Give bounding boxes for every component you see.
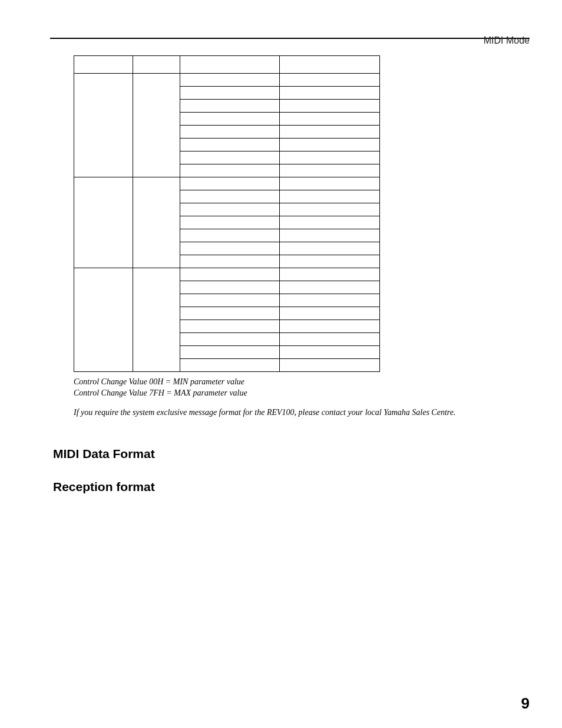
param-cell	[180, 281, 280, 294]
parameter-table-container	[74, 55, 380, 372]
table-row	[74, 268, 380, 281]
control-cell	[280, 177, 380, 190]
table-header-cell	[280, 56, 380, 74]
param-cell	[180, 333, 280, 346]
page-number: 9	[521, 694, 530, 713]
type-cell	[74, 74, 133, 177]
type-cell	[74, 268, 133, 372]
control-cell	[280, 190, 380, 203]
param-cell	[180, 359, 280, 372]
control-cell	[280, 164, 380, 177]
control-cell	[280, 281, 380, 294]
footnote-line: Control Change Value 00H = MIN parameter…	[74, 377, 530, 388]
control-cell	[280, 216, 380, 229]
control-cell	[280, 151, 380, 164]
control-cell	[280, 126, 380, 139]
control-cell	[280, 100, 380, 113]
param-cell	[180, 164, 280, 177]
control-cell	[280, 333, 380, 346]
table-header-row	[74, 56, 380, 74]
param-cell	[180, 242, 280, 255]
param-cell	[180, 216, 280, 229]
table-header-cell	[74, 56, 133, 74]
param-cell	[180, 87, 280, 100]
header-rule	[50, 38, 530, 39]
control-cell	[280, 320, 380, 333]
param-cell	[180, 268, 280, 281]
control-cell	[280, 307, 380, 320]
table-footnotes: Control Change Value 00H = MIN parameter…	[74, 377, 530, 419]
control-cell	[280, 359, 380, 372]
table-row	[74, 74, 380, 87]
heading-reception-format: Reception format	[53, 480, 530, 494]
table-header-cell	[180, 56, 280, 74]
param-cell	[180, 307, 280, 320]
param-cell	[180, 151, 280, 164]
control-cell	[280, 113, 380, 126]
control-cell	[280, 229, 380, 242]
param-cell	[180, 294, 280, 307]
param-cell	[180, 320, 280, 333]
control-cell	[280, 242, 380, 255]
type-cell	[74, 177, 133, 268]
control-cell	[280, 139, 380, 151]
control-cell	[280, 255, 380, 268]
control-cell	[280, 268, 380, 281]
subtype-cell	[133, 74, 180, 177]
footnote-extra: If you require the system exclusive mess…	[74, 407, 530, 419]
param-cell	[180, 190, 280, 203]
param-cell	[180, 203, 280, 216]
control-cell	[280, 74, 380, 87]
heading-midi-data-format: MIDI Data Format	[53, 447, 530, 461]
table-row	[74, 177, 380, 190]
control-cell	[280, 87, 380, 100]
control-cell	[280, 346, 380, 359]
subtype-cell	[133, 177, 180, 268]
param-cell	[180, 346, 280, 359]
param-cell	[180, 139, 280, 151]
param-cell	[180, 100, 280, 113]
param-cell	[180, 113, 280, 126]
footnote-line: Control Change Value 7FH = MAX parameter…	[74, 388, 530, 399]
param-cell	[180, 74, 280, 87]
control-cell	[280, 203, 380, 216]
param-cell	[180, 177, 280, 190]
param-cell	[180, 255, 280, 268]
header-section-label: MIDI Mode	[484, 35, 530, 46]
parameter-table	[74, 55, 380, 372]
param-cell	[180, 229, 280, 242]
subtype-cell	[133, 268, 180, 372]
control-cell	[280, 294, 380, 307]
param-cell	[180, 126, 280, 139]
table-header-cell	[133, 56, 180, 74]
